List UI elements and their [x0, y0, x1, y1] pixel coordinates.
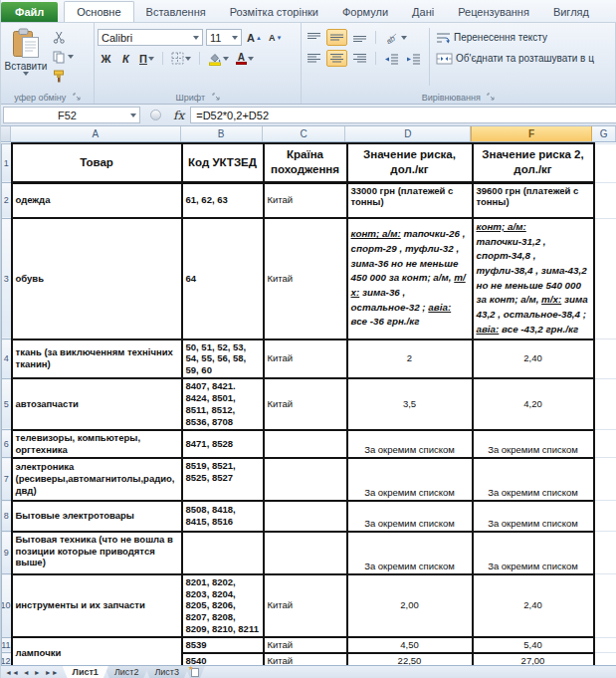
row-header-6[interactable]: 6 [2, 430, 12, 458]
cell-B9[interactable] [182, 532, 264, 574]
cell-D6[interactable]: За окремим списком [347, 430, 473, 458]
cell-A4[interactable]: ткань (за виключенням технічних тканин) [12, 339, 182, 379]
font-size-select[interactable]: 11 [206, 29, 242, 46]
paste-button[interactable]: Вставити [4, 26, 48, 88]
cell-F6[interactable]: За окремим списком [473, 430, 594, 458]
cell-G1[interactable] [594, 143, 616, 182]
cell-B7[interactable]: 8519, 8521, 8525, 8527 [182, 458, 264, 501]
column-header-A[interactable]: A [11, 126, 181, 141]
cell-C2[interactable]: Китай [264, 182, 347, 218]
row-header-1[interactable]: 1 [2, 143, 12, 182]
alignment-dialog-launcher-icon[interactable] [487, 93, 495, 101]
format-painter-button[interactable] [50, 68, 77, 85]
cell-C6[interactable] [264, 430, 347, 458]
shrink-font-button[interactable]: А▼ [267, 29, 284, 46]
cell-F8[interactable]: За окремим списком [473, 501, 594, 532]
align-bottom-button[interactable] [350, 29, 369, 46]
sheet-tab-1[interactable]: Лист1 [63, 666, 108, 678]
row-header-2[interactable]: 2 [2, 182, 12, 218]
row-header-10[interactable]: 10 [2, 574, 12, 637]
row-header-7[interactable]: 7 [2, 458, 12, 501]
merge-center-button[interactable]: Об'єднати та розташувати в ц [436, 50, 612, 67]
cell-B11[interactable]: 8539 [182, 637, 264, 653]
cell-G12[interactable] [594, 653, 616, 665]
cell-A2[interactable]: одежда [12, 182, 182, 218]
cell-A9[interactable]: Бытовая техника (что не вошла в позиции … [12, 532, 182, 574]
bold-button[interactable]: Ж [98, 50, 114, 67]
cell-F12[interactable]: 27,00 [473, 653, 594, 665]
ribbon-tab-file[interactable]: Файл [1, 2, 58, 22]
italic-button[interactable]: К [117, 50, 134, 67]
font-family-select[interactable]: Calibri [98, 29, 203, 46]
cell-F9[interactable]: За окремим списком [473, 532, 594, 574]
cell-G4[interactable] [594, 339, 616, 379]
cell-C8[interactable] [264, 501, 347, 532]
cell-C3[interactable]: Китай [264, 218, 347, 339]
row-header-12[interactable]: 12 [2, 653, 12, 665]
borders-button[interactable] [169, 50, 193, 67]
ribbon-tab-дані[interactable]: Дані [400, 2, 446, 22]
cell-D11[interactable]: 4,50 [347, 637, 473, 653]
cell-G5[interactable] [594, 378, 616, 430]
orientation-button[interactable]: ab [382, 29, 409, 46]
cell-G8[interactable] [594, 501, 616, 532]
cell-F3[interactable]: конт; а/м: тапочки-31,2 , спорт-34,8 , т… [473, 218, 594, 339]
row-header-8[interactable]: 8 [2, 501, 12, 532]
ribbon-tab-формули[interactable]: Формули [330, 2, 400, 22]
cell-D5[interactable]: 3,5 [347, 378, 473, 430]
cell-D10[interactable]: 2,00 [347, 574, 473, 637]
cell-C11[interactable]: Китай [264, 637, 347, 653]
cell-C5[interactable]: Китай [264, 378, 347, 430]
cell-A8[interactable]: Бытовые электротовары [12, 501, 182, 532]
ribbon-tab-розмітка сторінки[interactable]: Розмітка сторінки [218, 2, 330, 22]
cell-B3[interactable]: 64 [182, 218, 264, 339]
underline-button[interactable]: П [137, 50, 156, 67]
row-header-4[interactable]: 4 [2, 339, 12, 379]
align-right-button[interactable] [350, 50, 369, 67]
cell-B4[interactable]: 50, 51, 52, 53, 54, 55, 56, 58, 59, 60 [182, 339, 264, 379]
font-dialog-launcher-icon[interactable] [212, 93, 220, 101]
cell-G10[interactable] [594, 574, 616, 637]
cell-B1[interactable]: Код УКТЗЕД [182, 143, 264, 182]
cell-F1[interactable]: Значение риска 2, дол./кг [473, 143, 594, 182]
cell-D8[interactable]: За окремим списком [347, 501, 473, 532]
cut-button[interactable] [50, 29, 77, 46]
cell-F11[interactable]: 5,40 [473, 637, 594, 653]
row-header-3[interactable]: 3 [2, 218, 12, 339]
cell-D7[interactable]: За окремим списком [347, 458, 473, 501]
copy-button[interactable] [50, 49, 77, 66]
row-header-9[interactable]: 9 [2, 532, 12, 574]
cell-F5[interactable]: 4,20 [473, 378, 594, 430]
cell-B10[interactable]: 8201, 8202, 8203, 8204, 8205, 8206, 8207… [182, 574, 264, 637]
formula-input[interactable]: =D52*0,2+D52 [190, 107, 616, 123]
next-sheet-button[interactable]: ► [34, 669, 41, 676]
cell-D1[interactable]: Значение риска, дол./кг [347, 143, 473, 182]
ribbon-tab-вставлення[interactable]: Вставлення [134, 2, 218, 22]
cell-G7[interactable] [594, 458, 616, 501]
first-sheet-button[interactable]: ◄◄ [5, 669, 19, 676]
align-left-button[interactable] [305, 50, 323, 67]
fx-icon[interactable]: fx [173, 109, 184, 122]
align-top-button[interactable] [305, 29, 323, 46]
cell-C12[interactable]: Китай [264, 653, 347, 665]
cell-C4[interactable]: Китай [264, 339, 347, 379]
cell-G6[interactable] [594, 430, 616, 458]
ribbon-tab-вигляд[interactable]: Вигляд [541, 2, 601, 22]
cell-B5[interactable]: 8407, 8421. 8424, 8501, 8511, 8512, 8536… [182, 378, 264, 430]
cell-C7[interactable] [264, 458, 347, 501]
cell-A11[interactable]: лампочки [12, 637, 182, 665]
cell-D9[interactable]: За окремим списком [347, 532, 473, 574]
ribbon-tab-основне[interactable]: Основне [64, 1, 133, 22]
cell-F4[interactable]: 2,40 [473, 339, 594, 379]
cell-D3[interactable]: конт; а/м: тапочки-26 , спорт-29 , туфли… [347, 218, 473, 339]
cell-D12[interactable]: 22,50 [347, 653, 473, 665]
last-sheet-button[interactable]: ►► [45, 669, 59, 676]
sheet-tab-2[interactable]: Лист2 [104, 666, 149, 678]
cell-G2[interactable] [594, 182, 616, 218]
ribbon-tab-рецензування[interactable]: Рецензування [446, 2, 541, 22]
cell-D4[interactable]: 2 [347, 339, 473, 379]
previous-sheet-button[interactable]: ◄ [23, 669, 30, 676]
column-header-F[interactable]: F [471, 126, 592, 141]
cell-F7[interactable]: За окремим списком [473, 458, 594, 501]
name-box-dropdown-arrow[interactable] [130, 113, 136, 117]
